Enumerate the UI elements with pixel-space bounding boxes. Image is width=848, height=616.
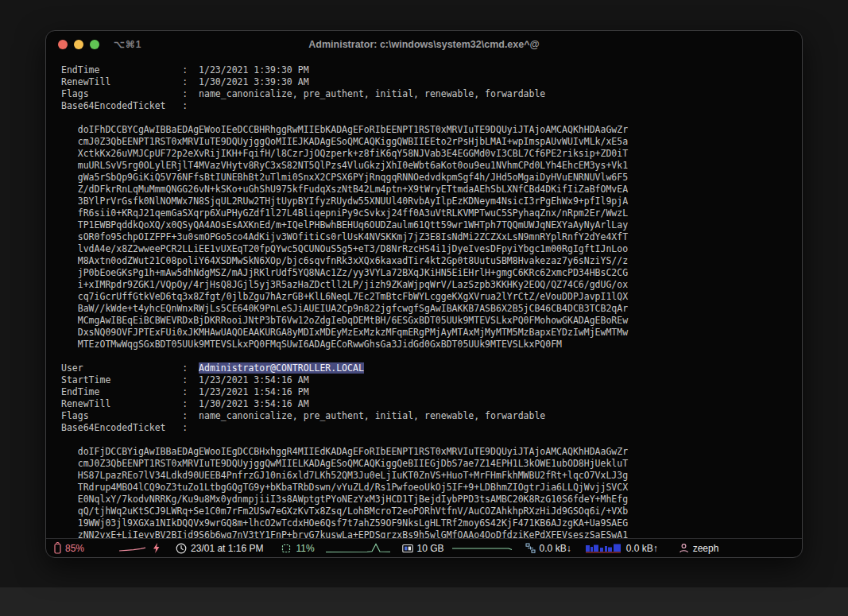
cpu-widget: 11% [281,543,314,554]
terminal-line: RenewTill : 1/30/2021 3:54:16 AM [61,398,802,410]
field-value: 1/30/2021 3:54:16 AM [199,398,308,409]
terminal-line: BaW//kWde+t4yhcEQnWnxRWjLs5CE640K9PnLeSJ… [61,303,802,315]
terminal-line: qQ/tjhWq2uKtSCJ9LWRq+Se1C0m7rFm2USw7eGXz… [61,506,802,517]
terminal-line: DxsNQ09OVFJPTExFUi0xJKMHAwUAQOEAAKURGA8y… [61,327,802,339]
terminal-line: Z/dDFkrRnLqMuMmmQNGG26vN+kSKo+uGhShU975k… [61,184,802,196]
network-upload-widget: 0.0 kB↑ [586,542,658,554]
battery-widget: 85% [54,542,84,554]
terminal-output[interactable]: EndTime : 1/23/2021 1:39:30 PMRenewTill … [46,58,802,538]
cpu-history-sparkline [326,542,391,554]
terminal-line: Flags : name_canonicalize, pre_authent, … [61,410,802,422]
username: zeeph [693,543,719,554]
network-down-icon [525,543,536,553]
memory-icon [402,544,413,553]
terminal-line: Base64EncodedTicket : [61,100,802,112]
upload-rate: 0.0 kB↑ [626,543,658,554]
field-value: 1/23/2021 1:39:30 PM [199,64,308,76]
terminal-line: 19WWj03jl9XGXa1NIkDQQVx9wrGQ8m+lhcO2wTcd… [61,517,802,529]
clock-widget: 23/01 at 1:16 PM [176,543,263,554]
terminal-line: gWa5rSbQp9GiKiQ5V76NFfsBtIUNEBhBt2uTlmi0… [61,172,802,184]
terminal-line [61,351,802,362]
field-value: name_canonicalize, pre_authent, initial,… [199,88,545,99]
terminal-line: cq7iGcrUffGtkVeD6tq3x8Zfgt/0jlbZgu7hAzrG… [61,291,802,303]
terminal-line: EndTime : 1/23/2021 1:54:16 PM [61,386,802,398]
title-bar[interactable]: ⌥⌘1 Administrator: c:\windows\system32\c… [46,31,802,58]
terminal-line: cmJ0Z3QbEENPT1RST0xMRVIuTE9DQUyjggQwMIIE… [61,458,802,470]
tab-shortcut-label: ⌥⌘1 [114,39,142,50]
memory-widget: 10 GB [402,543,444,554]
clock-text: 23/01 at 1:16 PM [191,543,263,554]
clock-icon [176,543,187,554]
terminal-line [61,434,802,446]
download-rate: 0.0 kB↓ [540,543,571,554]
minimize-button[interactable] [74,40,83,49]
terminal-line: i+xIMRpdr9ZGK1/VQpOy/4rjHsQ8JGjl5yj3R5az… [61,279,802,291]
terminal-line: User : Administrator@CONTROLLER.LOCAL [61,362,802,374]
network-download-widget: 0.0 kB↓ [525,543,571,554]
cpu-percent: 11% [296,543,314,554]
terminal-line: zNN2vxE+LiIeyyBV2BIjd9S6b6wq7nV3tY1FnP+b… [61,529,802,538]
terminal-line: StartTime : 1/23/2021 3:54:16 AM [61,374,802,386]
terminal-line [61,112,802,124]
traffic-lights [58,40,99,49]
status-bar: 85% 23/01 at 1:16 PM [46,538,802,557]
user-icon [679,543,689,553]
field-value: 1/30/2021 3:39:30 AM [199,76,308,87]
terminal-line: HS87LpazREo7lV34Ldkd90UEEB4PnfrzGJ10ni6x… [61,470,802,482]
network-activity-graph [586,542,622,554]
terminal-line: lvdA4e/x8Z2wweePCR2LLiEE1vUXEqT20fpQYwc5… [61,243,802,255]
zoom-button[interactable] [90,40,99,49]
terminal-line: MTEzOTMwWqgSGxBDT05UUk9MTEVSLkxPQ0FMqSUw… [61,339,802,351]
terminal-line: TP1EWBPqddkQoXQ/x0QSyQA4AOsEsAXKnEd/m+IQ… [61,219,802,231]
terminal-line: jP0bEoeGKsPg1h+mAw5dhNdgMSZ/mAJjRKlrUdf5… [61,267,802,279]
terminal-line: sOR0fo95chpOIZFPF+3u0smOPGo5co4AdKijv3WO… [61,231,802,243]
field-value: 1/23/2021 3:54:16 AM [199,374,308,385]
terminal-line: doIFhDCCBYCgAwIBBaEDAgEWooIEeDCCBHRhggRw… [61,124,802,136]
user-widget: zeeph [679,543,719,554]
window-title: Administrator: c:\windows\system32\cmd.e… [46,39,802,50]
terminal-line: cmJ0Z3QbEENPT1RST0xMRVIuTE9DQUyjggQoMIIE… [61,136,802,148]
terminal-line: E0NqlxY/7kodvNRRKg/Ku9u8Mx0ydnmpjiiI3s8A… [61,494,802,506]
memory-amount: 10 GB [417,543,444,554]
terminal-line: MCmgAwIBEqEiBCBWEVRDxBjDKRRooiJNtP3bT6Vw… [61,315,802,327]
terminal-line: RenewTill : 1/30/2021 3:39:30 AM [61,76,802,88]
terminal-line: Flags : name_canonicalize, pre_authent, … [61,88,802,100]
terminal-line: TRdrup4MBO4lCQ9oZ3tuZo1LtbgGQgTG9y+bKbaT… [61,482,802,494]
selected-user-text: Administrator@CONTROLLER.LOCAL [199,362,364,374]
cpu-icon [281,543,292,554]
terminal-line: Base64EncodedTicket : [61,422,802,434]
close-button[interactable] [58,40,68,49]
field-value: name_canonicalize, pre_authent, initial,… [199,410,545,421]
battery-history-sparkline [119,543,146,554]
terminal-window: ⌥⌘1 Administrator: c:\windows\system32\c… [45,30,803,558]
terminal-line: XctkKx26uVMJCpUF72p2eXvRijIKH+FqifH/l8Cz… [61,148,802,160]
charging-bolt-icon [153,543,160,553]
desktop-bottom-strip [0,587,848,616]
terminal-line: fR6sii0+KRqJ21qemGaSXqrp6XuPHyGZdf1l27L4… [61,207,802,219]
battery-icon [54,542,61,554]
field-value: 1/23/2021 1:54:16 PM [199,386,308,397]
terminal-line: M8Axtn0odZWut21C08poliY64XSDMwSkN6XOp/bj… [61,255,802,267]
terminal-line: muURLSvV5rg0OLylERjlT4MVazVHytv8RyC3xS82… [61,160,802,172]
terminal-line: EndTime : 1/23/2021 1:39:30 PM [61,64,802,76]
terminal-line: 3BYlPrVrGsfk0NlNOMWx7N8SjqUL2RUw2THjtUyp… [61,196,802,207]
memory-history-line [452,543,513,554]
battery-percent: 85% [65,543,84,554]
terminal-line: doIFjDCCBYigAwIBBaEDAgEWooIEgDCCBHxhggR4… [61,446,802,458]
